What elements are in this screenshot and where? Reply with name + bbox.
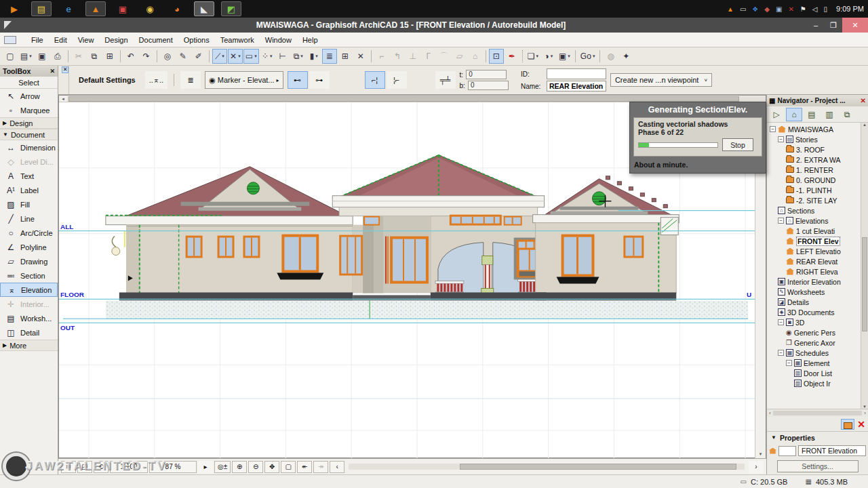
suspend-groups-button[interactable]: ⟋▾ xyxy=(212,49,227,64)
taskbar-app-sketchup[interactable]: ◩ xyxy=(221,1,241,16)
zoom-out-button[interactable]: ⊖ xyxy=(248,461,263,473)
elevation-marker-button[interactable]: ..⌅.. xyxy=(145,71,167,89)
clean-wall-intersections-button[interactable]: ≣ xyxy=(322,49,337,64)
toolbox-close-icon[interactable]: ✕ xyxy=(50,68,55,75)
toolbox-item-worksh-[interactable]: ▤Worksh... xyxy=(0,311,58,325)
vlc-tray-icon[interactable]: ▲ xyxy=(727,5,734,13)
nav-tree-item-element[interactable]: −▦Element xyxy=(767,358,861,368)
scroll-down-icon[interactable]: ▾ xyxy=(755,449,766,458)
previous-zoom-button[interactable]: ↞ xyxy=(297,461,312,473)
dimension-units-button[interactable]: ⊞ xyxy=(338,49,353,64)
nav-tree-item-1-cut-elevati[interactable]: 1 cut Elevati xyxy=(767,226,861,236)
zoom-box-button[interactable]: ◰ xyxy=(77,461,92,473)
intersect-button[interactable]: ✕▾ xyxy=(228,49,243,64)
menu-help[interactable]: Help xyxy=(297,34,323,46)
menu-file[interactable]: File xyxy=(26,34,49,46)
save-button[interactable]: ▣ xyxy=(35,49,50,64)
guide-lines-button[interactable]: ⊢ xyxy=(275,49,290,64)
quick-options-button[interactable]: ≋ xyxy=(61,461,76,473)
toolbox-item-interior-[interactable]: ✛Interior... xyxy=(0,297,58,311)
split-tool-button[interactable]: ↰ xyxy=(390,49,405,64)
default-settings-label[interactable]: Default Settings xyxy=(79,76,136,84)
undo-button[interactable]: ↶ xyxy=(123,49,138,64)
resize-tool-button[interactable]: ▱ xyxy=(452,49,467,64)
nav-tree-item-left-elevatio[interactable]: LEFT Elevatio xyxy=(767,246,861,256)
publisher-button[interactable]: ⧉ xyxy=(839,108,855,121)
toolbox-group-more[interactable]: ▶More xyxy=(0,340,58,351)
nav-tree-item-door-list[interactable]: ▥Door List xyxy=(767,368,861,378)
toolbox-item-arrow[interactable]: ↖Arrow xyxy=(0,89,58,103)
nav-tree-item-2-extra-wa[interactable]: 2. EXTRA WA xyxy=(767,155,861,165)
t-field[interactable]: 0 xyxy=(466,70,507,79)
menu-view[interactable]: View xyxy=(73,34,100,46)
tree-collapse-icon[interactable]: − xyxy=(778,218,784,224)
gravity-button[interactable]: ⁘▾ xyxy=(260,49,275,64)
toolbox-item-polyline[interactable]: ∠Polyline xyxy=(0,240,58,254)
tree-collapse-icon[interactable]: − xyxy=(786,360,792,366)
nav-tree-item-object-ir[interactable]: ▥Object Ir xyxy=(767,378,861,388)
id-box[interactable] xyxy=(778,446,796,456)
navigator-hscrollbar[interactable]: ‹› xyxy=(767,409,868,417)
id-input[interactable] xyxy=(547,68,606,79)
toolbox-item-elevation[interactable]: ⌅Elevation xyxy=(0,283,58,297)
toolbox-item-drawing[interactable]: ▱Drawing xyxy=(0,254,58,268)
view-map-button[interactable]: ▤ xyxy=(804,108,820,121)
zoom-in-button[interactable]: ⊕ xyxy=(232,461,247,473)
infobox-close-icon[interactable]: ✕ xyxy=(62,66,68,73)
pick-up-parameters-button[interactable]: ✎ xyxy=(176,49,191,64)
nav-tree-item-3d[interactable]: −◙3D xyxy=(767,317,861,327)
stop-button[interactable]: Stop xyxy=(722,138,753,151)
nav-tree-item-sections[interactable]: ⌂Sections xyxy=(767,205,861,216)
taskbar-app-vlc[interactable]: ▲ xyxy=(85,1,106,16)
menu-options[interactable]: Options xyxy=(178,34,215,46)
b-field[interactable]: 0 xyxy=(468,81,509,90)
nav-tree-item-1-renter[interactable]: 1. RENTER xyxy=(767,165,861,175)
morph-tool-button[interactable]: ⌂ xyxy=(468,49,483,64)
infobox-handle[interactable]: ✕ xyxy=(61,66,69,94)
tree-collapse-icon[interactable]: − xyxy=(770,126,776,132)
nav-tree-item-schedules[interactable]: −▦Schedules xyxy=(767,348,861,358)
taskbar-app-chrome[interactable]: ◉ xyxy=(140,1,160,16)
toolbox-item-fill[interactable]: ▨Fill xyxy=(0,197,58,211)
menu-window[interactable]: Window xyxy=(260,34,297,46)
adjust-tool-button[interactable]: ⊥ xyxy=(406,49,420,64)
viewpoint-dropdown[interactable]: Create new ...n viewpoint˅ xyxy=(610,73,712,87)
open-file-button[interactable]: ▤▾ xyxy=(18,49,34,64)
scroll-left-icon[interactable]: ◂ xyxy=(59,96,67,102)
cut-button[interactable]: ✂ xyxy=(71,49,86,64)
print-button[interactable]: ⎙ xyxy=(50,49,65,64)
tree-collapse-icon[interactable]: − xyxy=(778,350,784,356)
taskbar-app-media-player[interactable]: ▶ xyxy=(4,1,24,16)
go-button[interactable]: Go▾ xyxy=(578,49,597,64)
zoom-menu-arrow-icon[interactable]: ▸ xyxy=(198,461,213,473)
properties-header[interactable]: ▼ Properties xyxy=(767,432,868,443)
volume-tray-icon[interactable]: ◁ xyxy=(812,5,818,13)
sound-muted-tray-icon[interactable]: ✕ xyxy=(788,5,793,13)
project-chooser-button[interactable]: ▷ xyxy=(768,108,785,121)
close-x-button[interactable]: ✕ xyxy=(353,49,368,64)
toolbox-item-marquee[interactable]: ▫Marquee xyxy=(0,103,58,117)
close-button[interactable]: ✕ xyxy=(842,18,868,33)
teamwork-share-button[interactable]: ◍ xyxy=(603,49,618,64)
navigator-scrollbar[interactable]: ▲▼ xyxy=(861,123,868,409)
floor-plan-display-button[interactable]: ≣ xyxy=(180,71,201,89)
battery-tray-icon[interactable]: ▯ xyxy=(824,5,828,13)
toolbox-item-dimension[interactable]: ↔Dimension xyxy=(0,140,58,155)
display-tray-icon[interactable]: ▭ xyxy=(740,5,746,13)
orientation-button[interactable]: ◑▾ xyxy=(541,49,556,64)
red-pen-button[interactable]: ✒ xyxy=(505,49,519,64)
reset-orientation-button[interactable]: ⟲ xyxy=(94,461,108,473)
nav-tree-item-elevations[interactable]: −⌂Elevations xyxy=(767,216,861,226)
menu-teamwork[interactable]: Teamwork xyxy=(215,34,260,46)
nav-tree-item--2-site-lay[interactable]: -2. SITE LAY xyxy=(767,195,861,205)
pan-button[interactable]: ✥ xyxy=(264,461,279,473)
menu-design[interactable]: Design xyxy=(99,34,133,46)
taskbar-app-internet-explorer[interactable]: e xyxy=(58,1,79,16)
name-input[interactable] xyxy=(547,81,606,92)
taskbar-app-firefox[interactable]: ◕ xyxy=(167,1,187,16)
limited-range-button[interactable]: ⌐¦ xyxy=(365,71,385,89)
scroll-right-icon[interactable]: › xyxy=(749,461,764,473)
nav-tree-item-front-elev[interactable]: FRONT Elev xyxy=(767,236,861,246)
nav-tree-item-right-eleva[interactable]: RIGHT Eleva xyxy=(767,266,861,277)
bluetooth-tray-icon[interactable]: ❖ xyxy=(752,5,758,13)
